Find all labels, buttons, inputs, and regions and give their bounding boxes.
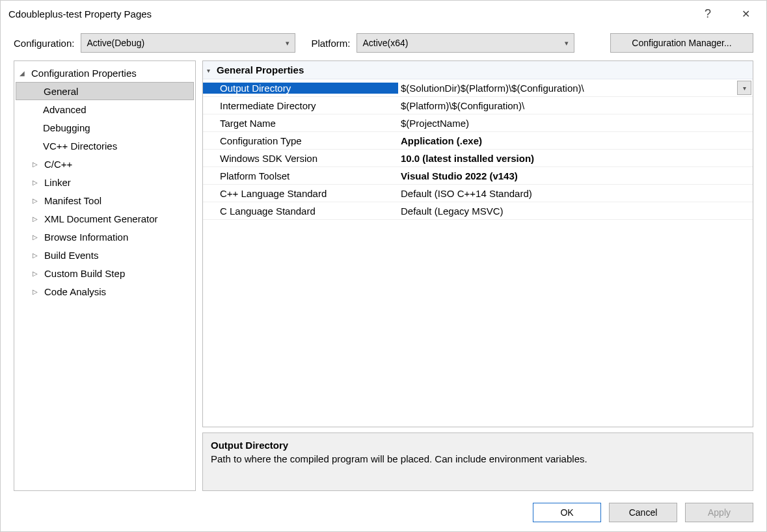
grid-row-cpp-language-standard[interactable]: C++ Language Standard Default (ISO C++14… <box>203 185 753 202</box>
close-icon[interactable]: ✕ <box>733 1 759 27</box>
tree-item-build-events[interactable]: ▷ Build Events <box>14 246 195 264</box>
grid-row-target-name[interactable]: Target Name $(ProjectName) <box>203 114 753 132</box>
configuration-manager-button[interactable]: Configuration Manager... <box>610 33 753 53</box>
tree-item-ccpp[interactable]: ▷ C/C++ <box>14 155 195 173</box>
help-icon[interactable]: ? <box>695 1 721 27</box>
chevron-down-icon: ▾ <box>286 39 289 47</box>
expander-closed-icon[interactable]: ▷ <box>33 179 42 186</box>
platform-value: Active(x64) <box>362 38 408 48</box>
expander-closed-icon[interactable]: ▷ <box>33 233 42 241</box>
grid-row-configuration-type[interactable]: Configuration Type Application (.exe) <box>203 132 753 150</box>
expander-closed-icon[interactable]: ▷ <box>33 288 42 295</box>
apply-button[interactable]: Apply <box>685 503 753 522</box>
expander-closed-icon[interactable]: ▷ <box>33 252 42 259</box>
tree-item-vc-directories[interactable]: VC++ Directories <box>14 137 195 155</box>
chevron-down-icon: ▾ <box>207 67 210 74</box>
tree-item-linker[interactable]: ▷ Linker <box>14 173 195 191</box>
expander-closed-icon[interactable]: ▷ <box>33 270 42 277</box>
footer-buttons: OK Cancel Apply <box>1 498 766 531</box>
description-panel: Output Directory Path to where the compi… <box>202 432 753 491</box>
tree-item-manifest-tool[interactable]: ▷ Manifest Tool <box>14 191 195 209</box>
description-title: Output Directory <box>211 440 745 451</box>
configuration-dropdown[interactable]: Active(Debug) ▾ <box>81 33 295 53</box>
grid-group-title: General Properties <box>217 64 304 75</box>
tree-panel[interactable]: ◢ Configuration Properties General Advan… <box>14 60 196 491</box>
platform-label: Platform: <box>311 38 350 49</box>
tree-root[interactable]: ◢ Configuration Properties <box>14 64 195 82</box>
right-column: ▾ General Properties Output Directory $(… <box>202 60 753 491</box>
platform-dropdown[interactable]: Active(x64) ▾ <box>357 33 574 53</box>
config-row: Configuration: Active(Debug) ▾ Platform:… <box>1 27 766 60</box>
grid-row-intermediate-directory[interactable]: Intermediate Directory $(Platform)\$(Con… <box>203 97 753 114</box>
window-title: Cdoubleplus-test Property Pages <box>8 8 695 20</box>
cancel-button[interactable]: Cancel <box>609 503 677 522</box>
tree-root-label: Configuration Properties <box>31 68 137 79</box>
tree-item-advanced[interactable]: Advanced <box>14 100 195 118</box>
tree-item-general[interactable]: General <box>16 82 194 100</box>
main-area: ◢ Configuration Properties General Advan… <box>1 60 766 498</box>
grid-row-c-language-standard[interactable]: C Language Standard Default (Legacy MSVC… <box>203 202 753 220</box>
tree-item-browse-information[interactable]: ▷ Browse Information <box>14 228 195 246</box>
grid-group-header[interactable]: ▾ General Properties <box>203 61 753 79</box>
expander-closed-icon[interactable]: ▷ <box>33 197 42 204</box>
ok-button[interactable]: OK <box>533 503 601 522</box>
tree-item-xml-document-generator[interactable]: ▷ XML Document Generator <box>14 209 195 228</box>
expander-open-icon[interactable]: ◢ <box>20 70 29 77</box>
tree-item-custom-build-step[interactable]: ▷ Custom Build Step <box>14 264 195 282</box>
grid-row-platform-toolset[interactable]: Platform Toolset Visual Studio 2022 (v14… <box>203 167 753 185</box>
expander-closed-icon[interactable]: ▷ <box>33 161 42 168</box>
configuration-label: Configuration: <box>14 38 74 49</box>
expander-closed-icon[interactable]: ▷ <box>33 215 42 222</box>
property-pages-window: Cdoubleplus-test Property Pages ? ✕ Conf… <box>0 0 767 532</box>
grid-row-output-directory[interactable]: Output Directory $(SolutionDir)$(Platfor… <box>203 79 753 97</box>
titlebar: Cdoubleplus-test Property Pages ? ✕ <box>1 1 766 27</box>
tree-item-debugging[interactable]: Debugging <box>14 118 195 137</box>
chevron-down-icon: ▾ <box>565 39 569 47</box>
properties-grid[interactable]: ▾ General Properties Output Directory $(… <box>202 60 753 427</box>
tree-item-code-analysis[interactable]: ▷ Code Analysis <box>14 282 195 300</box>
value-dropdown-icon[interactable]: ▾ <box>737 81 751 95</box>
configuration-value: Active(Debug) <box>87 38 144 48</box>
grid-row-windows-sdk-version[interactable]: Windows SDK Version 10.0 (latest install… <box>203 150 753 167</box>
description-text: Path to where the compiled program will … <box>211 453 745 464</box>
